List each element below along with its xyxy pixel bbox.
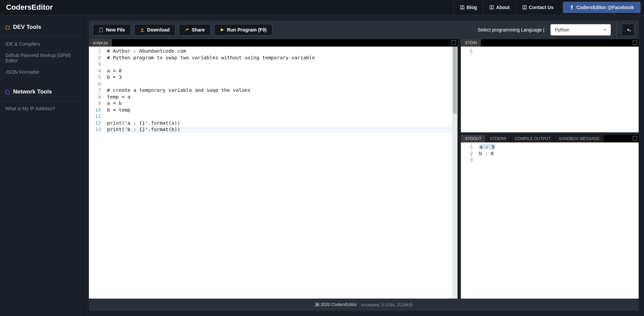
sidebar-dev-tools-header: ▢ DEV Tools	[0, 19, 83, 35]
toolbar: New File Download Share Run Program (F9)…	[89, 20, 639, 39]
chevron-down-icon	[603, 28, 606, 31]
new-file-button[interactable]: New File	[93, 24, 131, 36]
download-label: Download	[147, 27, 170, 33]
language-value: Python	[555, 27, 570, 33]
sidebar-dev-tools-label: DEV Tools	[13, 24, 41, 30]
download-icon	[140, 27, 145, 32]
brand-title: CodersEditor	[0, 3, 59, 12]
sidebar-item-ide[interactable]: IDE & Compilers	[0, 38, 83, 50]
divider	[0, 37, 83, 37]
sidebar: ▢ DEV Tools IDE & Compilers Github Flavo…	[0, 15, 84, 316]
folder-icon: ▢	[5, 24, 10, 30]
nav-facebook[interactable]: CodersEditor @Facebook	[563, 2, 641, 13]
sidebar-item-json[interactable]: JSON Formatter	[0, 66, 83, 78]
svg-rect-6	[452, 41, 456, 45]
nav-blog-label: Blog	[467, 5, 477, 10]
line-gutter: 12345678910111213	[89, 47, 104, 299]
svg-rect-8	[633, 136, 637, 140]
nav-blog[interactable]: Blog	[453, 0, 483, 15]
svg-rect-7	[633, 41, 637, 45]
separator	[616, 20, 616, 39]
svg-point-5	[524, 6, 525, 8]
divider	[0, 101, 83, 102]
maximize-icon[interactable]	[451, 40, 456, 45]
share-icon	[184, 27, 189, 32]
user-card-icon	[522, 5, 527, 10]
run-program-button[interactable]: Run Program (F9)	[214, 24, 272, 36]
sidebar-item-ip[interactable]: What is My IP Address?	[0, 103, 83, 114]
stdin-tab[interactable]: STDIN	[461, 39, 481, 47]
file-icon	[99, 27, 103, 32]
code-lines	[476, 47, 479, 132]
settings-button[interactable]	[622, 24, 635, 36]
top-navbar: CodersEditor Blog About Contact Us Coder…	[0, 0, 644, 15]
content: New File Download Share Run Program (F9)…	[84, 15, 644, 316]
code-lines: a : 3b : 8	[476, 142, 495, 299]
code-lines: # Author : Abundantcode.com# Python prog…	[104, 47, 315, 299]
user-card-icon	[460, 5, 465, 10]
output-tab-sandbox[interactable]: SANDBOX MESSAGE	[555, 135, 604, 142]
facebook-icon	[570, 5, 574, 10]
output-tab-stderr[interactable]: STDERR	[486, 135, 511, 142]
code-editor[interactable]: 12345678910111213 # Author : Abundantcod…	[89, 47, 458, 299]
user-card-icon	[489, 5, 494, 10]
nav-about[interactable]: About	[483, 0, 516, 15]
nav-about-label: About	[496, 5, 509, 10]
nav-right: Blog About Contact Us CodersEditor @Face…	[453, 0, 644, 15]
line-gutter: 1	[461, 47, 476, 132]
stdin-editor[interactable]: 1	[461, 47, 639, 132]
editor-tabbar: script.py	[89, 39, 458, 47]
nav-contact[interactable]: Contact Us	[516, 0, 560, 15]
language-select[interactable]: Python	[550, 24, 611, 36]
run-label: Run Program (F9)	[227, 27, 267, 33]
editor-scrollbar[interactable]	[452, 47, 458, 299]
sidebar-network-tools-header: ▢ Network Tools	[0, 84, 83, 100]
output-tab-compile[interactable]: COMPILE OUTPUT	[511, 135, 555, 142]
square-icon: ▢	[5, 89, 10, 94]
share-label: Share	[192, 27, 205, 33]
download-button[interactable]: Download	[134, 24, 175, 36]
footer-copyright: 漏 2020 CodersEditor	[315, 302, 357, 308]
maximize-icon[interactable]	[633, 40, 637, 45]
sidebar-item-gfm[interactable]: Github Flavored Markup (GFM) Editor	[0, 50, 83, 66]
line-gutter: 123	[461, 142, 476, 299]
stdout-panel[interactable]: 123 a : 3b : 8	[461, 142, 639, 299]
editor-tab-script[interactable]: script.py	[89, 39, 112, 47]
share-button[interactable]: Share	[179, 24, 211, 36]
nav-facebook-label: CodersEditor @Facebook	[576, 5, 634, 10]
svg-point-1	[462, 6, 463, 8]
svg-point-3	[491, 6, 492, 8]
nav-contact-label: Contact Us	[529, 5, 554, 10]
scrollbar-thumb[interactable]	[453, 47, 457, 114]
maximize-icon[interactable]	[633, 136, 637, 141]
output-tab-stdout[interactable]: STDOUT	[461, 135, 486, 142]
gear-icon	[626, 27, 631, 33]
sidebar-network-tools-label: Network Tools	[13, 88, 52, 95]
new-file-label: New File	[106, 27, 125, 33]
language-label: Select programming Language |	[478, 27, 544, 33]
footer-status: Accepted, 0.028s, 3228KB	[361, 302, 413, 307]
stdin-tabbar: STDIN	[461, 39, 639, 47]
play-icon	[220, 27, 224, 32]
footer: 漏 2020 CodersEditor Accepted, 0.028s, 32…	[89, 299, 639, 311]
output-tabbar: STDOUT STDERR COMPILE OUTPUT SANDBOX MES…	[461, 135, 639, 142]
